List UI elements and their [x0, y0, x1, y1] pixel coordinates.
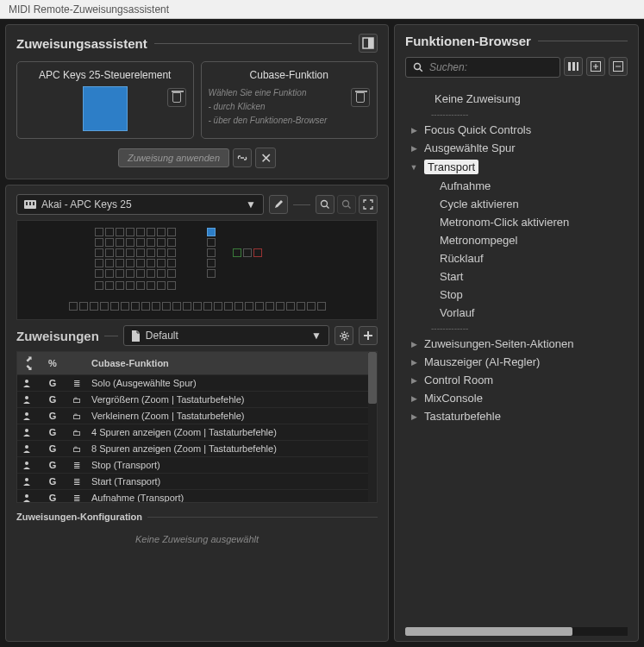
expand-all-button[interactable] [586, 57, 605, 76]
tree-item[interactable]: ▼Transport [405, 157, 628, 177]
left-panel: Zuweisungsassistent APC Keys 25-Steuerel… [5, 24, 389, 642]
close-assistant-button[interactable]: ✕ [255, 148, 276, 168]
gear-icon [339, 330, 350, 342]
selected-pad[interactable] [207, 228, 216, 236]
function-label: Start (Transport) [91, 476, 372, 487]
page-icon [131, 330, 141, 342]
scope-label: G [43, 443, 62, 454]
horizontal-scrollbar[interactable] [405, 627, 628, 636]
device-layout[interactable] [16, 220, 378, 320]
table-row[interactable]: G≣Aufnahme (Transport) [17, 490, 377, 503]
device-select[interactable]: Akai - APC Keys 25 ▼ [16, 194, 264, 215]
collapse-all-button[interactable] [609, 57, 628, 76]
clear-source-button[interactable] [167, 88, 186, 107]
tree-label: Focus Quick Controls [424, 123, 531, 136]
zoom-out-button[interactable] [337, 195, 356, 214]
tree-item[interactable]: ▶Zuweisungen-Seiten-Aktionen [405, 335, 628, 353]
type-icon: ≣ [69, 493, 84, 503]
scope-label: G [43, 427, 62, 437]
table-row[interactable]: G🗀Verkleinern (Zoom | Tastaturbefehle) [17, 408, 377, 424]
preset-select[interactable]: Default ▼ [123, 325, 329, 346]
tree-subitem[interactable]: Cycle aktivieren [405, 195, 628, 213]
tree-item-no-assignment[interactable]: Keine Zuweisung [405, 90, 628, 108]
svg-rect-19 [572, 62, 575, 71]
plus-box-icon [591, 61, 601, 72]
table-header: ⬈ ⬊ % Cubase-Funktion [17, 352, 377, 375]
tree-divider: ------------- [405, 322, 628, 335]
table-row[interactable]: G🗀4 Spuren anzeigen (Zoom | Tastaturbefe… [17, 424, 377, 441]
tree-subitem[interactable]: Stop [405, 286, 628, 304]
tree-label: Ausgewählte Spur [424, 141, 516, 154]
svg-rect-5 [33, 202, 34, 205]
expand-arrow-icon: ▶ [409, 144, 419, 153]
type-icon: 🗀 [69, 395, 84, 405]
tree-item[interactable]: ▶Focus Quick Controls [405, 121, 628, 139]
expand-arrow-icon: ▶ [409, 126, 419, 135]
window-title-bar: MIDI Remote-Zuweisungsassistent [0, 0, 644, 19]
tree-label: Tastaturbefehle [424, 410, 501, 423]
apply-assignment-button[interactable]: Zuweisung anwenden [118, 148, 229, 167]
tree-item[interactable]: ▶Tastaturbefehle [405, 407, 628, 425]
user-icon [22, 461, 36, 469]
function-label: Aufnahme (Transport) [91, 493, 372, 503]
expand-arrow-icon: ▶ [409, 358, 419, 367]
plus-icon [363, 330, 373, 341]
type-icon: ≣ [69, 477, 84, 487]
function-target-box: Cubase-Funktion Wählen Sie eine Funktion… [201, 61, 378, 139]
tree-subitem[interactable]: Rücklauf [405, 249, 628, 267]
type-icon: 🗀 [69, 411, 84, 421]
expand-arrow-icon: ▶ [409, 412, 419, 421]
link-button[interactable] [233, 148, 252, 167]
svg-point-9 [25, 380, 28, 383]
tree-subitem[interactable]: Metronom-Click aktivieren [405, 213, 628, 231]
tree-item[interactable]: ▶MixConsole [405, 389, 628, 407]
divider-line [154, 43, 352, 44]
tree-subitem[interactable]: Aufnahme [405, 177, 628, 195]
fullscreen-button[interactable] [359, 195, 378, 214]
search-input[interactable]: Suchen: [405, 57, 560, 78]
window-title: MIDI Remote-Zuweisungsassistent [9, 3, 169, 16]
function-label: Verkleinern (Zoom | Tastaturbefehle) [91, 411, 372, 421]
table-row[interactable]: G🗀8 Spuren anzeigen (Zoom | Tastaturbefe… [17, 441, 377, 457]
svg-point-11 [25, 412, 28, 416]
tree-item[interactable]: ▶Control Room [405, 371, 628, 389]
magnifier-icon [320, 199, 330, 210]
user-icon [22, 444, 36, 453]
expand-arrow-icon: ▶ [409, 394, 419, 403]
svg-point-8 [342, 334, 346, 337]
tree-subitem[interactable]: Start [405, 267, 628, 286]
svg-point-6 [322, 201, 328, 207]
layout-toggle-button[interactable] [359, 34, 378, 53]
expand-icon [363, 199, 373, 210]
zoom-in-button[interactable] [316, 195, 335, 214]
add-preset-button[interactable] [359, 326, 378, 345]
minus-box-icon [613, 61, 623, 72]
svg-point-15 [25, 478, 28, 481]
table-row[interactable]: G≣Stop (Transport) [17, 457, 377, 474]
preset-settings-button[interactable] [335, 326, 353, 345]
table-row[interactable]: G≣Solo (Ausgewählte Spur) [17, 375, 377, 392]
clear-function-button[interactable] [351, 88, 370, 107]
tree-subitem[interactable]: Vorlauf [405, 304, 628, 322]
user-icon [22, 411, 36, 420]
divider-line [538, 41, 628, 41]
table-row[interactable]: G🗀Vergrößern (Zoom | Tastaturbefehle) [17, 392, 377, 408]
expand-arrow-icon: ▼ [409, 163, 419, 172]
tree-subitem[interactable]: Metronompegel [405, 231, 628, 249]
scope-label: G [43, 493, 62, 503]
dropdown-icon: ▼ [246, 198, 256, 210]
scrollbar[interactable] [368, 352, 377, 502]
svg-point-7 [343, 201, 349, 207]
edit-device-button[interactable] [269, 195, 288, 214]
table-row[interactable]: G≣Start (Transport) [17, 474, 377, 490]
tree-item[interactable]: ▶Ausgewählte Spur [405, 139, 628, 157]
scope-label: G [43, 476, 62, 487]
function-tree: Keine Zuweisung-------------▶Focus Quick… [405, 90, 628, 619]
pencil-icon [273, 199, 284, 210]
filter-button[interactable] [564, 57, 583, 76]
divider-line [104, 336, 118, 336]
assignments-title: Zuweisungen [16, 329, 99, 343]
tree-item[interactable]: ▶Mauszeiger (AI-Regler) [405, 353, 628, 371]
main-container: Zuweisungsassistent APC Keys 25-Steuerel… [0, 19, 644, 647]
svg-point-12 [25, 429, 28, 432]
